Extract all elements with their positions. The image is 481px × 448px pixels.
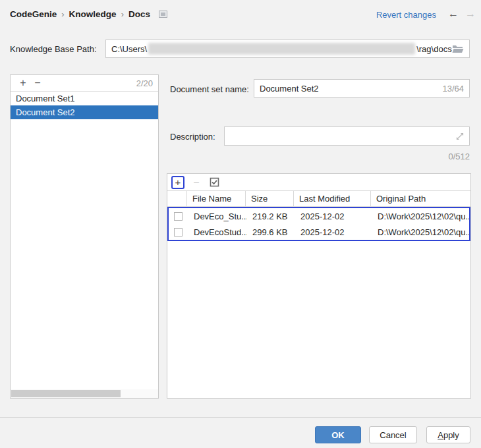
back-arrow-icon[interactable]: ← [448,8,459,20]
docs-page-icon [159,11,167,18]
apply-button[interactable]: Apply [426,426,470,443]
cell-last-modified: 2025-12-02 [295,208,372,224]
table-row[interactable]: DevEco_Stu... 219.2 KB 2025-12-02 D:\Wor… [169,208,469,224]
document-set-name-input[interactable]: Document Set2 13/64 [254,79,470,98]
table-row[interactable]: DevEcoStud... 299.6 KB 2025-12-02 D:\Wor… [169,224,469,240]
open-folder-icon[interactable] [452,44,464,53]
horizontal-scrollbar[interactable] [11,389,158,398]
path-prefix-text: C:\Users\ [111,44,147,54]
cell-original-path: D:\Work\2025\12\02\qu... [372,224,469,240]
description-input[interactable] [224,126,470,146]
cancel-button-label: Cancel [380,430,406,440]
ok-button[interactable]: OK [315,426,361,443]
scrollbar-thumb[interactable] [11,390,121,397]
header-size[interactable]: Size [246,191,294,206]
selected-rows-outline: DevEco_Stu... 219.2 KB 2025-12-02 D:\Wor… [167,207,470,241]
ok-button-label: OK [331,430,345,440]
document-set-name-value: Document Set2 [260,84,319,94]
files-table-panel: + − File Name Size Last Modified Origina… [167,173,471,399]
breadcrumb-codegenie[interactable]: CodeGenie [10,9,57,19]
add-file-button[interactable]: + [171,176,184,189]
add-document-set-button[interactable]: + [16,78,30,88]
breadcrumb-docs: Docs [128,9,150,19]
breadcrumb: CodeGenie › Knowledge › Docs [10,9,167,19]
cancel-button[interactable]: Cancel [369,426,417,443]
header-last-modified[interactable]: Last Modified [294,191,371,206]
cell-file-name: DevEcoStud... [188,224,247,240]
settings-page: CodeGenie › Knowledge › Docs Revert chan… [0,0,481,448]
header-checkbox-column [167,191,187,206]
forward-arrow-icon: → [465,8,476,20]
header-original-path[interactable]: Original Path [371,191,470,206]
document-set-toolbar: + − 2/20 [11,75,158,92]
document-set-list-panel: + − 2/20 Document Set1 Document Set2 [10,74,159,399]
table-header-row: File Name Size Last Modified Original Pa… [167,191,470,207]
document-set-counter: 2/20 [136,78,153,88]
cell-size: 219.2 KB [247,208,295,224]
header-file-name[interactable]: File Name [187,191,246,206]
remove-document-set-button[interactable]: − [30,78,45,88]
remove-file-button: − [190,177,203,188]
breadcrumb-knowledge[interactable]: Knowledge [69,9,117,19]
description-label: Description: [170,132,215,142]
cell-file-name: DevEco_Stu... [188,208,247,224]
checkbox-checked-icon[interactable] [208,177,220,188]
chevron-right-icon: › [61,9,64,19]
apply-button-label: Apply [438,430,459,440]
row-checkbox[interactable] [174,212,183,221]
list-item-document-set2[interactable]: Document Set2 [11,105,158,119]
chevron-right-icon: › [121,9,124,19]
cell-original-path: D:\Work\2025\12\02\qu... [372,208,469,224]
redacted-path-segment [148,43,415,55]
list-item-document-set1[interactable]: Document Set1 [11,92,158,105]
description-char-counter: 0/512 [422,152,470,161]
revert-changes-link[interactable]: Revert changes [376,10,436,20]
document-set-name-label: Document set name: [170,84,249,94]
path-suffix-text: \rag\docs [416,44,451,54]
cell-size: 299.6 KB [247,224,295,240]
expand-diagonal-icon[interactable] [456,132,464,140]
files-table-toolbar: + − [167,174,470,191]
cell-last-modified: 2025-12-02 [295,224,372,240]
name-char-counter: 13/64 [442,84,464,94]
row-checkbox[interactable] [174,228,183,237]
knowledge-base-path-label: Knowledge Base Path: [10,44,97,54]
knowledge-base-path-input[interactable]: C:\Users\ \rag\docs [105,40,470,58]
footer-divider [0,417,481,418]
